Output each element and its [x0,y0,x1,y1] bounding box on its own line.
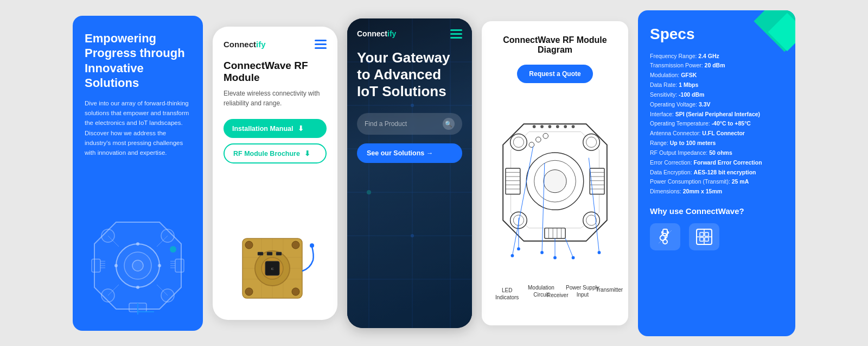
svg-point-38 [245,241,253,249]
spec-power-consumption: Power Consumption (Transmit): 25 mA [650,177,783,187]
solutions-label: See our Solutions → [367,149,433,157]
specs-list: Frequency Range: 2.4 GHz Transmission Po… [650,52,783,197]
svg-point-26 [158,264,161,267]
dark-hamburger-line-1 [450,29,462,31]
dark-hamburger[interactable] [450,29,462,39]
svg-point-69 [513,137,524,147]
svg-rect-44 [276,252,282,255]
spec-temp: Operating Temperature: -40°C to +85°C [650,119,783,129]
panel-rf-module: Connectify ConnectWave RF Module Elevate… [213,27,337,320]
dark-hamburger-line-2 [450,33,462,35]
svg-rect-13 [175,259,184,272]
hamburger-line-3 [315,47,327,49]
svg-point-40 [245,288,253,295]
logo-text: Connectify [224,40,266,49]
phone-logo-row: Connectify [224,40,327,49]
svg-rect-76 [506,168,520,194]
spec-antenna: Antenna Connector: U.FL Connector [650,129,783,139]
spec-data-rate: Data Rate: 1 Mbps [650,80,783,90]
dark-content: Connectify Your Gateway to Advanced IoT … [347,18,472,328]
pcb-product-image: IC [224,228,327,309]
svg-point-107 [540,251,544,254]
search-icon[interactable]: 🔍 [443,118,455,130]
spec-modulation: Modulation: GFSK [650,71,783,80]
svg-rect-43 [267,252,272,255]
svg-point-111 [572,256,575,259]
phone-inner-white: Connectify ConnectWave RF Module Elevate… [213,27,337,320]
svg-rect-12 [92,259,100,272]
why-section: Why use ConnectWave? [650,206,783,250]
search-placeholder: Find a Product [365,120,407,128]
svg-rect-122 [700,232,704,236]
diagram-title: ConnectWave RF Module Diagram [493,35,617,55]
diagram-labels: LEDIndicators ModulationCircuit Receiver… [490,284,620,317]
circuit-icon [695,228,713,246]
rf-brochure-btn[interactable]: RF Module Brochure ⬇ [224,143,327,163]
svg-point-113 [598,251,601,254]
svg-point-96 [556,125,559,128]
svg-point-95 [548,125,552,128]
rf-diagram-area [493,94,617,284]
svg-point-98 [572,125,575,128]
rf-module-title: ConnectWave RF Module [224,60,327,85]
why-icons [650,223,783,250]
svg-point-39 [292,241,299,249]
installation-manual-label: Installation Manual [232,125,293,133]
svg-point-24 [136,286,139,289]
spec-error-correction: Error Correction: Forward Error Correcti… [650,158,783,168]
hero-title: Empowering Progress through Innovative S… [85,31,191,91]
logo-connect: Connect [224,40,256,49]
svg-point-103 [517,247,520,250]
rf-module-subtitle: Elevate wireless connectivity with relia… [224,89,327,108]
svg-point-101 [543,133,548,139]
receiver-label: Receiver [547,292,568,298]
spec-dimensions: Dimensions: 20mm x 15mm [650,187,783,197]
svg-point-3 [132,260,143,271]
svg-rect-125 [705,237,709,241]
svg-point-100 [536,137,541,142]
pcb-svg: IC [232,228,318,309]
main-container: Empowering Progress through Innovative S… [0,0,868,346]
hamburger-icon[interactable] [315,40,327,49]
svg-point-99 [529,142,534,147]
rf-module-diagram-svg [493,113,617,265]
svg-rect-42 [258,252,263,255]
panel-specs: Specs Frequency Range: 2.4 GHz Transmiss… [638,10,795,336]
why-icon-plug [650,223,680,250]
why-icon-circuit [689,223,719,250]
download-icon-2: ⬇ [304,149,310,158]
why-title: Why use ConnectWave? [650,206,783,216]
svg-point-71 [586,137,597,147]
hero-description: Dive into our array of forward-thinking … [85,98,191,158]
svg-point-93 [533,125,536,128]
svg-point-105 [511,254,514,257]
logo-ify: ify [256,40,266,49]
svg-rect-123 [705,232,709,236]
spec-encryption: Data Encryption: AES-128 bit encryption [650,168,783,178]
search-bar[interactable]: Find a Product 🔍 [357,113,462,135]
rf-brochure-label: RF Module Brochure [233,150,300,158]
hamburger-line-1 [315,40,327,41]
svg-point-23 [136,242,139,246]
svg-point-94 [540,125,544,128]
svg-point-67 [544,169,566,192]
installation-manual-btn[interactable]: Installation Manual ⬇ [224,119,327,138]
download-icon-1: ⬇ [298,124,304,133]
svg-point-25 [114,264,118,267]
svg-rect-82 [590,168,604,194]
spec-voltage: Operating Voltage: 3.3V [650,100,783,110]
spec-sensitivity: Sensitivity: -100 dBm [650,90,783,100]
svg-point-97 [564,125,567,128]
plug-icon [656,228,674,246]
dark-hamburger-line-3 [450,37,462,39]
svg-rect-124 [700,237,704,241]
transmitter-label: Transmitter [596,287,623,293]
led-label: LEDIndicators [495,287,519,301]
svg-point-109 [553,256,557,259]
dark-logo: Connectify [357,29,396,38]
solutions-btn[interactable]: See our Solutions → [357,143,462,163]
svg-point-41 [292,288,299,295]
circuit-svg [89,217,187,314]
panel-iot-dark: Connectify Your Gateway to Advanced IoT … [347,18,472,328]
request-quote-btn[interactable]: Request a Quote [517,65,592,83]
